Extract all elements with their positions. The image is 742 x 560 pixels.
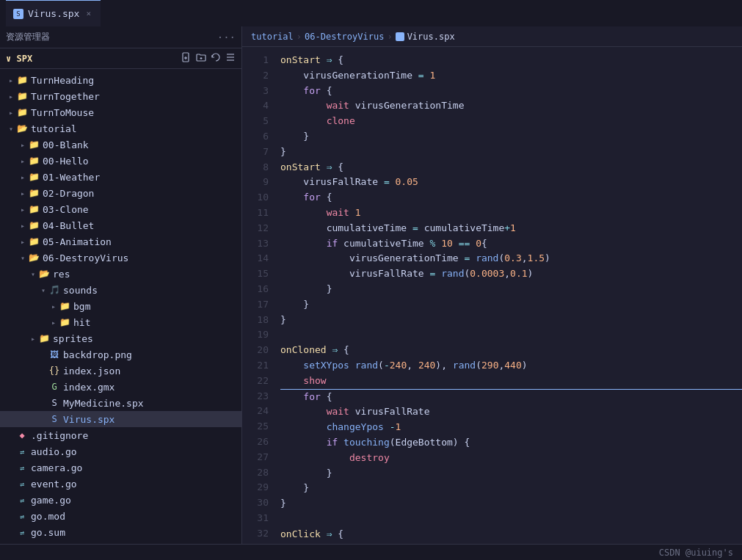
sidebar-item-go-mod[interactable]: ⇌ go.mod [0, 508, 241, 524]
code-line-7: } [280, 145, 742, 160]
sidebar-item-game-go[interactable]: ⇌ game.go [0, 492, 241, 508]
tab-virus-spx[interactable]: S Virus.spx × [6, 0, 101, 26]
code-container[interactable]: 12345 678910 1112131415 1617181920 21222… [242, 47, 742, 544]
sidebar-item-Virus-spx[interactable]: S Virus.spx [0, 411, 241, 427]
sidebar-item-index-gmx[interactable]: G index.gmx [0, 379, 241, 395]
folder-icon: 📁 [16, 90, 28, 102]
tab-label: Virus.spx [28, 8, 79, 19]
gop-file-icon: G [16, 542, 28, 544]
go-file-icon: ⇌ [16, 462, 28, 473]
item-label: audio.go [31, 446, 77, 457]
more-icon[interactable]: ··· [217, 32, 236, 43]
code-line-12: cumulativeTime = cumulativeTime+1 [280, 221, 742, 236]
sidebar-item-gop-mod[interactable]: G gop.mod [0, 540, 241, 544]
breadcrumb-tutorial[interactable]: tutorial [251, 32, 294, 42]
arrow-icon [18, 222, 28, 230]
folder-icon: 📁 [28, 219, 40, 231]
sidebar-item-bgm[interactable]: 📁 bgm [0, 298, 241, 314]
code-line-31 [280, 512, 742, 527]
spx-active-icon: S [48, 413, 60, 425]
item-label: camera.go [31, 462, 82, 473]
code-line-25: changeYpos -1 [280, 420, 742, 435]
code-line-15: virusFallRate = rand(0.0003,0.1) [280, 266, 742, 282]
sidebar-item-backdrop-png[interactable]: 🖼 backdrop.png [0, 346, 241, 363]
sidebar-item-tutorial[interactable]: 📂 tutorial [0, 120, 241, 137]
sidebar-item-00-Hello[interactable]: 📁 00-Hello [0, 153, 241, 169]
code-content[interactable]: onStart ⇒ { virusGenerationTime = 1 for … [277, 47, 742, 544]
code-line-14: virusGenerationTime = rand(0.3,1.5) [280, 251, 742, 266]
item-label: TurnToMouse [31, 107, 94, 118]
sidebar-item-00-Blank[interactable]: 📁 00-Blank [0, 137, 241, 153]
sidebar-item-go-sum[interactable]: ⇌ go.sum [0, 524, 241, 540]
arrow-icon [18, 189, 28, 197]
breadcrumb-virus-spx: Virus.spx [396, 32, 455, 42]
breadcrumb-sep-2: › [387, 32, 392, 42]
new-file-button[interactable] [181, 52, 192, 65]
go-file-icon: ⇌ [16, 526, 28, 538]
item-label: TurnHeading [31, 75, 94, 86]
sidebar-item-hit[interactable]: 📁 hit [0, 314, 241, 330]
go-file-icon: ⇌ [16, 494, 28, 506]
item-label: 02-Dragon [43, 188, 94, 199]
arrow-icon [6, 76, 16, 84]
tab-bar: S Virus.spx × [0, 0, 742, 26]
code-line-21: setXYpos rand(-240, 240), rand(290,440) [280, 358, 742, 374]
sidebar-item-sprites[interactable]: 📁 sprites [0, 330, 241, 346]
spx-file-icon: S [13, 9, 23, 19]
sidebar-item-TurnHeading[interactable]: 📁 TurnHeading [0, 72, 241, 88]
sidebar-item-01-Weather[interactable]: 📁 01-Weather [0, 169, 241, 185]
item-label: MyMedicine.spx [63, 398, 144, 409]
sidebar-item-gitignore[interactable]: ◆ .gitignore [0, 427, 241, 443]
item-label: game.go [31, 495, 71, 506]
code-line-22: show [280, 374, 742, 390]
code-line-20: onCloned ⇒ { [280, 343, 742, 358]
collapse-button[interactable] [225, 52, 236, 65]
tab-close-button[interactable]: × [84, 8, 93, 19]
arrow-icon [18, 254, 28, 262]
sidebar-item-TurnToMouse[interactable]: 📁 TurnToMouse [0, 104, 241, 120]
code-line-28: } [280, 466, 742, 481]
sidebar-item-06-DestroyVirus[interactable]: 📂 06-DestroyVirus [0, 250, 241, 266]
code-line-6: } [280, 129, 742, 145]
folder-open-icon: 📂 [28, 252, 40, 263]
spx-file-icon: S [48, 397, 60, 409]
main-layout: 资源管理器 ··· ∨ SPX [0, 26, 742, 544]
spx-root-label: ∨ SPX [6, 54, 177, 64]
item-label: gop.mod [31, 543, 71, 545]
line-numbers: 12345 678910 1112131415 1617181920 21222… [242, 47, 277, 544]
sidebar-toolbar: ∨ SPX [0, 48, 241, 69]
code-line-13: if cumulativeTime % 10 == 0{ [280, 236, 742, 252]
sidebar-item-MyMedicine-spx[interactable]: S MyMedicine.spx [0, 395, 241, 411]
git-icon: ◆ [16, 429, 28, 441]
folder-icon: 📁 [28, 187, 40, 199]
sidebar-item-event-go[interactable]: ⇌ event.go [0, 476, 241, 492]
sidebar-item-sounds[interactable]: 🎵 sounds [0, 282, 241, 298]
item-label: 05-Animation [43, 236, 112, 247]
editor-area: tutorial › 06-DestroyVirus › Virus.spx 1… [242, 26, 742, 544]
item-label: TurnTogether [31, 91, 100, 102]
new-folder-button[interactable] [196, 52, 206, 65]
sidebar: 资源管理器 ··· ∨ SPX [0, 26, 242, 544]
item-label: res [53, 269, 70, 280]
code-line-1: onStart ⇒ { [280, 53, 742, 68]
sidebar-item-05-Animation[interactable]: 📁 05-Animation [0, 233, 241, 250]
folder-sounds-icon: 🎵 [48, 284, 60, 296]
sidebar-item-index-json[interactable]: {} index.json [0, 363, 241, 379]
code-line-18: } [280, 313, 742, 328]
sidebar-item-audio-go[interactable]: ⇌ audio.go [0, 443, 241, 459]
breadcrumb-06-destroyvirus[interactable]: 06-DestroyVirus [305, 32, 384, 42]
code-line-33: die [280, 542, 742, 545]
sidebar-item-02-Dragon[interactable]: 📁 02-Dragon [0, 185, 241, 201]
item-label: sounds [63, 285, 98, 296]
code-line-5: clone [280, 114, 742, 129]
refresh-button[interactable] [211, 52, 221, 65]
sidebar-item-camera-go[interactable]: ⇌ camera.go [0, 459, 241, 476]
sidebar-item-04-Bullet[interactable]: 📁 04-Bullet [0, 217, 241, 233]
go-file-icon: ⇌ [16, 478, 28, 490]
sidebar-item-res[interactable]: 📂 res [0, 266, 241, 282]
sidebar-item-TurnTogether[interactable]: 📁 TurnTogether [0, 88, 241, 104]
code-line-30: } [280, 496, 742, 512]
sidebar-item-03-Clone[interactable]: 📁 03-Clone [0, 201, 241, 217]
code-line-16: } [280, 282, 742, 297]
breadcrumb-sep-1: › [297, 32, 302, 42]
